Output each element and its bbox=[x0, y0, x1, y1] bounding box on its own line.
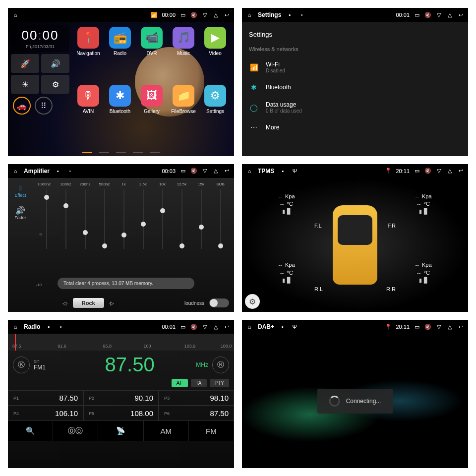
settings-gear-button[interactable]: ⚙ bbox=[245, 294, 260, 309]
eq-slider-12.5k[interactable] bbox=[172, 189, 191, 249]
screenshot-icon[interactable]: ▭ bbox=[414, 168, 420, 175]
loudness-toggle[interactable] bbox=[209, 298, 229, 307]
vol-down-icon[interactable]: ▽ bbox=[201, 168, 208, 175]
eq-preset-button[interactable]: Rock bbox=[73, 298, 104, 308]
mute-icon[interactable]: 🔇 bbox=[424, 168, 431, 175]
apps-mode-button[interactable]: ⠿ bbox=[35, 97, 53, 115]
eq-slider-SUB[interactable] bbox=[211, 189, 230, 249]
vol-down-icon[interactable]: ▽ bbox=[435, 323, 442, 330]
vol-up-icon[interactable]: △ bbox=[446, 168, 453, 175]
radio-scan-button[interactable]: 📡 bbox=[98, 421, 143, 441]
vol-down-icon[interactable]: ▽ bbox=[201, 11, 208, 18]
screen-title: TPMS bbox=[258, 168, 274, 175]
app-bluetooth[interactable]: ✱Bluetooth bbox=[106, 85, 134, 141]
screenshot-icon[interactable]: ▭ bbox=[179, 323, 186, 330]
settings-item-more[interactable]: ⋯More bbox=[242, 119, 468, 136]
prev-preset-icon[interactable]: ◁· bbox=[62, 300, 68, 306]
equalizer-button[interactable]: ⚙ bbox=[41, 75, 69, 94]
app-navigation[interactable]: 📍Navigation bbox=[74, 27, 102, 83]
radio-stereo-button[interactable]: ⓪⓪ bbox=[53, 421, 98, 441]
vol-up-icon[interactable]: △ bbox=[212, 323, 219, 330]
back-icon[interactable]: ↩ bbox=[457, 11, 464, 18]
eq-slider-60hz[interactable] bbox=[37, 189, 56, 249]
mute-icon[interactable]: 🔇 bbox=[190, 168, 197, 175]
vol-up-icon[interactable]: △ bbox=[212, 11, 219, 18]
eq-slider-100hz[interactable] bbox=[56, 189, 75, 249]
amplifier-screen: ⌂ Amplifier ▪ ▫ 00:03 ▭ 🔇 ▽ △ ↩ ⫴Effect🔊… bbox=[8, 164, 234, 312]
app-dvr[interactable]: 📹DVR bbox=[138, 27, 166, 83]
back-icon[interactable]: ↩ bbox=[223, 323, 230, 330]
eq-slider-1k[interactable] bbox=[114, 189, 133, 249]
radio-opt-pty[interactable]: PTY bbox=[210, 379, 229, 387]
app-music[interactable]: 🎵Music bbox=[170, 27, 197, 83]
back-icon[interactable]: ↩ bbox=[457, 323, 464, 330]
back-icon[interactable]: ↩ bbox=[223, 168, 230, 175]
preset-p6[interactable]: P687.50 bbox=[159, 406, 234, 421]
home-icon[interactable]: ⌂ bbox=[246, 11, 253, 18]
rocket-button[interactable]: 🚀 bbox=[11, 54, 39, 73]
preset-p5[interactable]: P5108.00 bbox=[83, 406, 159, 421]
amp-tab-fader[interactable]: 🔊Fader bbox=[14, 206, 26, 220]
home-icon[interactable]: ⌂ bbox=[246, 323, 253, 330]
settings-item-data-usage[interactable]: ◯Data usage0 B of data used bbox=[242, 96, 468, 119]
preset-p1[interactable]: P187.50 bbox=[8, 390, 83, 406]
radio-am-button[interactable]: AM bbox=[144, 421, 189, 441]
home-icon[interactable]: ⌂ bbox=[12, 11, 19, 18]
app-gallery[interactable]: 🖼Gallery bbox=[138, 85, 166, 141]
mute-icon[interactable]: 🔇 bbox=[190, 323, 197, 330]
radio-fm-button[interactable]: FM bbox=[189, 421, 234, 441]
car-mode-button[interactable]: 🚗 bbox=[13, 97, 31, 115]
radio-search-button[interactable]: 🔍 bbox=[8, 421, 53, 441]
mute-icon[interactable]: 🔇 bbox=[190, 11, 197, 18]
app-filebrowse[interactable]: 📁FileBrowse bbox=[170, 85, 197, 141]
clock-widget[interactable]: 00:00 Fri,2017/03/31 bbox=[11, 25, 69, 52]
app-avin[interactable]: 🎙AVIN bbox=[74, 85, 102, 141]
settings-item-wi-fi[interactable]: 📶Wi-FiDisabled bbox=[242, 56, 468, 78]
status-bar: ⌂ DAB+ ▪ Ψ 📍 20:11 ▭ 🔇 ▽ △ ↩ bbox=[242, 320, 468, 334]
eq-slider-15k[interactable] bbox=[191, 189, 211, 249]
screenshot-icon[interactable]: ▭ bbox=[414, 11, 420, 18]
brightness-button[interactable]: ☀ bbox=[11, 75, 39, 94]
vol-up-icon[interactable]: △ bbox=[446, 323, 453, 330]
back-icon[interactable]: ↩ bbox=[457, 168, 464, 175]
vol-down-icon[interactable]: ▽ bbox=[435, 11, 442, 18]
eq-slider-200hz[interactable] bbox=[75, 189, 95, 249]
amp-tab-effect[interactable]: ⫴Effect bbox=[15, 184, 26, 198]
screenshot-icon[interactable]: ▭ bbox=[179, 11, 186, 18]
vol-up-icon[interactable]: △ bbox=[446, 11, 453, 18]
seek-up-button[interactable]: Ⓚ bbox=[212, 357, 229, 373]
frequency-dial[interactable]: 87.591.695.8100103.9108.0 bbox=[8, 334, 234, 351]
home-icon[interactable]: ⌂ bbox=[12, 323, 19, 330]
settings-header: Settings bbox=[242, 27, 468, 42]
clock-text: 20:11 bbox=[396, 324, 410, 330]
mute-icon[interactable]: 🔇 bbox=[424, 323, 431, 330]
vol-down-icon[interactable]: ▽ bbox=[201, 323, 208, 330]
preset-p3[interactable]: P398.10 bbox=[159, 390, 234, 406]
eq-slider-500hz[interactable] bbox=[95, 189, 114, 249]
seek-down-button[interactable]: Ⓚ bbox=[13, 357, 30, 373]
tpms-screen: ⌂ TPMS ▪ Ψ 📍 20:11 ▭ 🔇 ▽ △ ↩ -- Kpa-- °C… bbox=[242, 164, 468, 312]
vol-up-icon[interactable]: △ bbox=[212, 168, 219, 175]
mute-icon[interactable]: 🔇 bbox=[424, 11, 431, 18]
app-settings[interactable]: ⚙Settings bbox=[201, 85, 229, 141]
vol-down-icon[interactable]: ▽ bbox=[435, 168, 442, 175]
radio-opt-ta[interactable]: TA bbox=[191, 379, 207, 387]
volume-button[interactable]: 🔊 bbox=[41, 54, 69, 73]
home-icon[interactable]: ⌂ bbox=[12, 168, 19, 175]
settings-item-bluetooth[interactable]: ✱Bluetooth bbox=[242, 78, 468, 96]
screenshot-icon[interactable]: ▭ bbox=[414, 323, 420, 330]
app-video[interactable]: ▶Video bbox=[201, 27, 229, 83]
eq-slider-2.5k[interactable] bbox=[133, 189, 153, 249]
app-radio[interactable]: 📻Radio bbox=[106, 27, 134, 83]
eq-slider-10k[interactable] bbox=[153, 189, 172, 249]
preset-p4[interactable]: P4106.10 bbox=[8, 406, 83, 421]
image-icon: ▫ bbox=[66, 168, 73, 175]
back-icon[interactable]: ↩ bbox=[223, 11, 230, 18]
home-icon[interactable]: ⌂ bbox=[246, 168, 253, 175]
next-preset-icon[interactable]: ·▷ bbox=[109, 300, 115, 306]
screenshot-icon[interactable]: ▭ bbox=[179, 168, 186, 175]
page-indicator bbox=[82, 152, 160, 153]
section-header: Wireless & networks bbox=[242, 42, 468, 56]
radio-opt-af[interactable]: AF bbox=[172, 379, 188, 387]
preset-p2[interactable]: P290.10 bbox=[83, 390, 159, 406]
